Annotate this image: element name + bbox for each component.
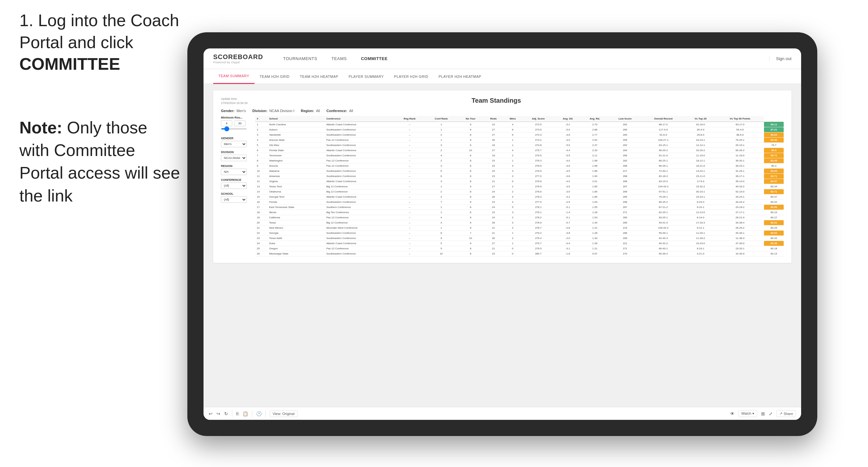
table-cell: 264 [609,148,642,153]
table-cell: Duke [268,241,324,246]
table-cell: 260 [609,127,642,132]
table-cell: Pac-12 Conference [324,246,395,251]
table-cell: 83-15-0 [642,179,685,184]
min-rounds-input[interactable] [221,121,232,126]
sub-nav-player-h2h-heatmap[interactable]: PLAYER H2H HEATMAP [434,69,487,84]
sub-nav-team-h2h-grid[interactable]: TEAM H2H GRID [254,69,295,84]
table-cell: Atlantic Coast Conference [324,148,395,153]
sub-nav-player-summary[interactable]: PLAYER SUMMARY [343,69,389,84]
table-cell: 2.77 [581,132,609,137]
table-cell: 7 [458,230,484,236]
share-btn[interactable]: ↗ Share [777,410,796,417]
table-cell: -5.0 [554,127,581,132]
table-cell: 20-39-1 [716,230,764,236]
table-cell: 18 [484,143,503,148]
division-side-filter: Division NCAA Division I [221,151,250,161]
table-cell: 1 [425,225,458,230]
table-cell: Mississippi State [268,251,324,256]
table-cell: 276.6 [522,189,554,194]
table-cell: 27 [484,241,503,246]
table-cell: 9 [458,199,484,205]
table-cell: 23-18-2 [716,205,764,210]
table-cell: 267 [609,184,642,189]
table-cell: 9 [458,137,484,143]
table-cell: -4.2 [554,194,581,199]
table-cell: 277.5 [522,199,554,205]
table-cell: Atlantic Coast Conference [324,194,395,199]
sub-nav-team-summary[interactable]: TEAM SUMMARY [213,69,254,84]
school-select[interactable]: (All) [221,196,247,203]
step-text: 1. Log into the Coach Portal and click C… [20,10,200,75]
table-cell: 60-39-2 [642,251,685,256]
undo-icon[interactable]: ↩ [209,411,213,416]
watch-btn[interactable]: Watch ▾ [739,410,757,417]
sign-out-link[interactable]: Sign out [769,56,792,61]
layout-icon[interactable]: ⊞ [761,411,765,416]
table-cell: Oklahoma [268,189,324,194]
redo-icon[interactable]: ↪ [216,411,220,416]
expand-icon[interactable]: ⤢ [769,411,773,416]
instruction-area: 1. Log into the Coach Portal and click C… [20,10,200,75]
table-cell: 83.49 [764,158,784,163]
table-cell: 270 [609,251,642,256]
table-cell: Illinois [268,210,324,215]
table-cell: 4 [503,122,522,127]
table-cell: 6 [503,127,522,132]
table-cell: 1.53 [581,215,609,220]
table-cell: 268 [609,174,642,179]
table-cell: 4 [425,215,458,220]
table-cell: 35-14-0 [716,179,764,184]
table-cell: 23 [484,251,503,256]
table-cell: 10 [458,148,484,153]
view-original-btn[interactable]: View: Original [270,410,298,417]
table-cell: 117-4-0 [642,127,685,132]
region-select[interactable]: N/A [221,168,247,175]
table-cell: 1 [425,205,458,210]
nav-committee[interactable]: COMMITTEE [354,49,395,69]
table-cell: 9-19-1 [685,246,716,251]
col-wins: Wins [503,116,522,122]
rounds-slider[interactable] [221,128,247,129]
conference-select[interactable]: (All) [221,183,247,189]
col-avg-sg: Avg. SG [554,116,581,122]
table-cell: – [395,225,425,230]
table-cell: 274.3 [522,132,554,137]
table-cell: 1.85 [581,184,609,189]
sub-nav-player-h2h-grid[interactable]: PLAYER H2H GRID [389,69,434,84]
table-row: 23Texas A&MSoutheastern Conference–91030… [255,236,784,241]
division-select[interactable]: NCAA Division I [221,155,247,161]
table-cell: 80.25 [764,225,784,230]
table-cell: 42-16-0 [685,122,716,127]
paste-icon[interactable]: 📋 [243,411,248,416]
gender-select[interactable]: Men's [221,141,247,147]
table-cell: 3 [503,210,522,215]
nav-teams[interactable]: TEAMS [324,49,354,69]
table-cell: 2.11 [581,153,609,158]
table-cell: Atlantic Coast Conference [324,179,395,184]
table-cell: -4.0 [554,158,581,163]
table-cell: 87.21 [764,127,784,132]
refresh-icon[interactable]: ↻ [224,411,228,416]
eye-icon[interactable]: 👁 [730,411,735,416]
table-cell: Vanderbilt [268,132,324,137]
clock-icon[interactable]: 🕐 [256,411,262,416]
table-cell: 2 [503,189,522,194]
sub-nav-team-h2h-heatmap[interactable]: TEAM H2H HEATMAP [294,69,343,84]
table-cell: -0.7 [554,220,581,225]
table-cell: Big 12 Conference [324,189,395,194]
table-cell: Atlantic Coast Conference [324,122,395,127]
table-cell: 4 [503,194,522,199]
gender-filter: Gender: Men's [221,109,246,113]
copy-icon[interactable]: ⎘ [236,411,239,416]
nav-tournaments[interactable]: TOURNAMENTS [276,49,324,69]
layout-wrapper: Minimum Rou... Gender Men's [221,116,784,256]
col-reg-rank: Reg Rank [395,116,425,122]
table-cell: 21 [484,179,503,184]
panel-title: Team Standings [248,97,745,104]
table-cell: 279.7 [522,241,554,246]
table-row: 25OregonPac-12 Conference–59210279.5-3.1… [255,246,784,251]
table-cell: 10-23-0 [685,241,716,246]
max-rounds-input[interactable] [234,121,246,126]
table-cell: Arizona [268,163,324,168]
table-cell: 8 [458,174,484,179]
